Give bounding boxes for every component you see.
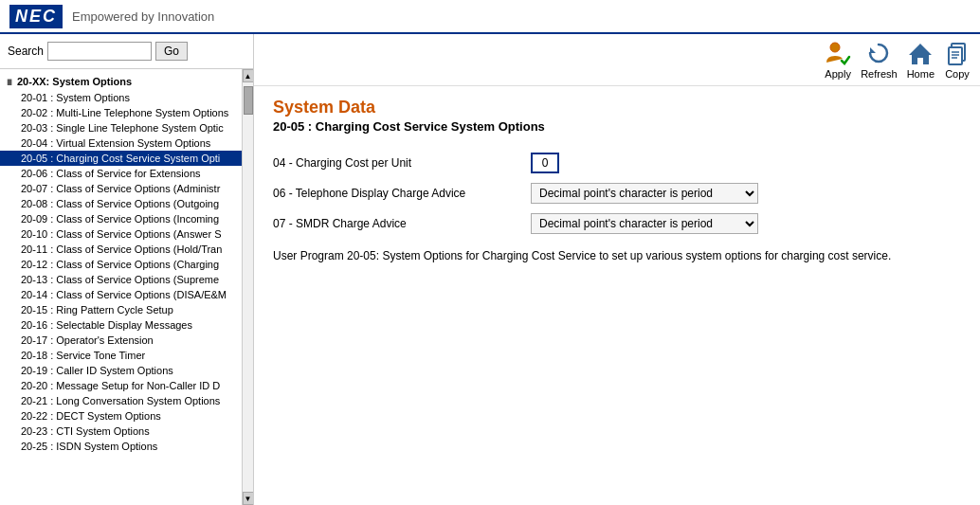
field-07-label: 07 - SMDR Charge Advice <box>273 217 519 230</box>
scroll-thumb[interactable] <box>244 86 253 115</box>
search-input[interactable] <box>47 42 152 61</box>
tree-group[interactable]: ∎ 20-XX: System Options <box>0 73 242 90</box>
copy-icon <box>944 40 971 66</box>
refresh-icon <box>865 40 892 66</box>
header: NEC Empowered by Innovation <box>0 0 980 34</box>
field-04-row: 04 - Charging Cost per Unit <box>273 153 961 173</box>
tree-items: 20-01 : System Options20-02 : Multi-Line… <box>0 90 242 454</box>
tree-group-label: 20-XX: System Options <box>17 76 132 87</box>
tree-item-20-08[interactable]: 20-08 : Class of Service Options (Outgoi… <box>0 196 242 211</box>
tree-item-20-20[interactable]: 20-20 : Message Setup for Non-Caller ID … <box>0 378 242 393</box>
tree-item-20-17[interactable]: 20-17 : Operator's Extension <box>0 333 242 348</box>
tree-item-20-02[interactable]: 20-02 : Multi-Line Telephone System Opti… <box>0 105 242 120</box>
field-04-label: 04 - Charging Cost per Unit <box>273 156 519 170</box>
main: Apply Refresh Home <box>254 34 980 505</box>
tree-item-20-19[interactable]: 20-19 : Caller ID System Options <box>0 363 242 378</box>
refresh-label: Refresh <box>861 68 898 80</box>
go-button[interactable]: Go <box>155 42 188 61</box>
scroll-down-arrow[interactable]: ▼ <box>243 492 254 505</box>
tree-item-20-07[interactable]: 20-07 : Class of Service Options (Admini… <box>0 181 242 196</box>
tree-item-20-09[interactable]: 20-09 : Class of Service Options (Incomi… <box>0 211 242 226</box>
tree-item-20-04[interactable]: 20-04 : Virtual Extension System Options <box>0 135 242 151</box>
tree-item-20-12[interactable]: 20-12 : Class of Service Options (Chargi… <box>0 257 242 272</box>
field-06-row: 06 - Telephone Display Charge Advice Dec… <box>273 183 961 204</box>
tree-item-20-16[interactable]: 20-16 : Selectable Display Messages <box>0 317 242 333</box>
copy-label: Copy <box>945 68 970 80</box>
nec-brand: NEC <box>9 5 63 28</box>
layout: Search Go ∎ 20-XX: System Options 20-01 … <box>0 34 980 505</box>
page-title: System Data <box>273 98 961 117</box>
tree-item-20-23[interactable]: 20-23 : CTI System Options <box>0 424 242 439</box>
minus-icon: ∎ <box>6 75 13 88</box>
tree-item-20-18[interactable]: 20-18 : Service Tone Timer <box>0 348 242 363</box>
search-label: Search <box>8 45 44 58</box>
home-button[interactable]: Home <box>907 40 935 80</box>
tree-item-20-13[interactable]: 20-13 : Class of Service Options (Suprem… <box>0 272 242 287</box>
field-06-label: 06 - Telephone Display Charge Advice <box>273 187 519 200</box>
tagline: Empowered by Innovation <box>72 9 214 24</box>
description-text: User Program 20-05: System Options for C… <box>273 249 961 262</box>
home-icon <box>907 40 934 66</box>
apply-button[interactable]: Apply <box>825 40 851 80</box>
tree-item-20-11[interactable]: 20-11 : Class of Service Options (Hold/T… <box>0 242 242 257</box>
search-bar: Search Go <box>0 34 253 69</box>
refresh-button[interactable]: Refresh <box>861 40 898 80</box>
apply-icon <box>825 40 851 66</box>
tree-item-20-01[interactable]: 20-01 : System Options <box>0 90 242 105</box>
field-04-input[interactable] <box>531 153 559 173</box>
apply-label: Apply <box>825 68 851 80</box>
copy-button[interactable]: Copy <box>944 40 971 80</box>
svg-marker-1 <box>870 47 876 53</box>
scrollbar[interactable]: ▲ ▼ <box>242 69 253 505</box>
toolbar: Apply Refresh Home <box>254 34 980 86</box>
tree-item-20-06[interactable]: 20-06 : Class of Service for Extensions <box>0 166 242 181</box>
tree-item-20-25[interactable]: 20-25 : ISDN System Options <box>0 439 242 454</box>
content: System Data 20-05 : Charging Cost Servic… <box>254 86 980 505</box>
tree-item-20-22[interactable]: 20-22 : DECT System Options <box>0 408 242 424</box>
svg-point-0 <box>830 43 840 52</box>
svg-rect-4 <box>949 47 962 64</box>
page-subtitle: 20-05 : Charging Cost Service System Opt… <box>273 119 961 134</box>
sidebar-content: ∎ 20-XX: System Options 20-01 : System O… <box>0 69 253 505</box>
home-label: Home <box>907 68 935 80</box>
tree-item-20-15[interactable]: 20-15 : Ring Pattern Cycle Setup <box>0 302 242 317</box>
tree-item-20-03[interactable]: 20-03 : Single Line Telephone System Opt… <box>0 120 242 135</box>
tree-item-20-10[interactable]: 20-10 : Class of Service Options (Answer… <box>0 226 242 242</box>
svg-marker-2 <box>909 44 932 64</box>
nec-logo: NEC Empowered by Innovation <box>9 5 214 28</box>
scroll-up-arrow[interactable]: ▲ <box>243 69 254 82</box>
field-06-select[interactable]: Decimal point's character is period Deci… <box>531 183 758 204</box>
tree-item-20-05[interactable]: 20-05 : Charging Cost Service System Opt… <box>0 151 242 166</box>
sidebar: Search Go ∎ 20-XX: System Options 20-01 … <box>0 34 254 505</box>
tree-panel: ∎ 20-XX: System Options 20-01 : System O… <box>0 69 242 505</box>
tree-item-20-21[interactable]: 20-21 : Long Conversation System Options <box>0 393 242 408</box>
field-07-select[interactable]: Decimal point's character is period Deci… <box>531 213 758 234</box>
tree-item-20-14[interactable]: 20-14 : Class of Service Options (DISA/E… <box>0 287 242 302</box>
field-07-row: 07 - SMDR Charge Advice Decimal point's … <box>273 213 961 234</box>
